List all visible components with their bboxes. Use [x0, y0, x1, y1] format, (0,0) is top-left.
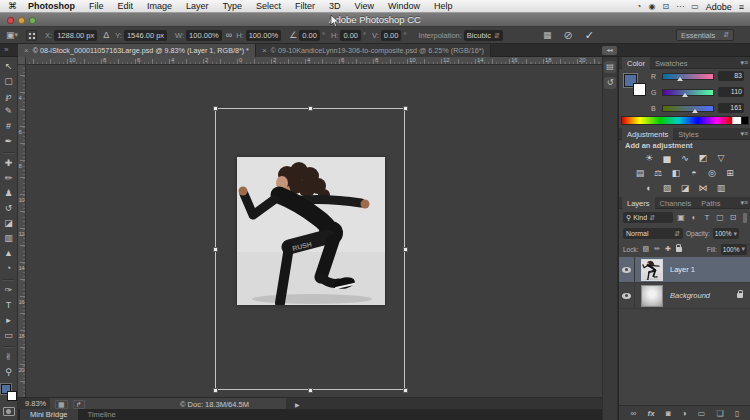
transform-handle-top-right[interactable] [403, 106, 408, 111]
properties-panel-icon[interactable]: ▤ [604, 61, 616, 73]
layer-filter-toggle[interactable] [743, 213, 747, 223]
reference-point-locator[interactable] [26, 30, 37, 41]
menu-item-layer[interactable]: Layer [179, 0, 216, 13]
document-tab[interactable]: ×© 09-10KandiceLynn19-306-to-composite.p… [256, 44, 491, 57]
cancel-transform-icon[interactable]: ⊘ [563, 29, 572, 42]
layer-name[interactable]: Background [670, 291, 710, 300]
layer-visibility-cell[interactable] [619, 283, 635, 309]
status-expand-icon[interactable]: ▶ [295, 401, 300, 408]
gradient-map-icon[interactable]: ▥ [715, 183, 727, 193]
color-balance-icon[interactable]: ⚖ [652, 168, 664, 178]
v-skew-field[interactable]: 0.00 [381, 30, 402, 41]
menu-item-edit[interactable]: Edit [111, 0, 141, 13]
marquee-tool[interactable]: ▢ [0, 74, 18, 89]
layer-thumbnail[interactable] [641, 285, 663, 307]
exposure-icon[interactable]: ◩ [697, 153, 709, 163]
vibrance-icon[interactable]: ▽ [715, 153, 727, 163]
arrange-documents-icon[interactable]: ▦ [55, 400, 68, 409]
zoom-tool[interactable]: ⚲ [0, 365, 18, 380]
opacity-field[interactable]: 100% ▾ [713, 228, 739, 239]
collapse-panels-button[interactable]: ◂◂ [602, 46, 617, 55]
y-position-field[interactable]: 1546.00 px [124, 30, 167, 41]
tab-close-icon[interactable]: × [24, 46, 29, 55]
channel-slider-b[interactable] [662, 105, 714, 112]
new-layer-icon[interactable]: ❏ [717, 409, 724, 418]
bottom-tab-timeline[interactable]: Timeline [78, 409, 126, 420]
slider-marker[interactable] [682, 93, 688, 97]
adjustments-panel-menu-icon[interactable]: ▾≡ [740, 130, 748, 138]
transform-handle-middle-left[interactable] [213, 247, 218, 252]
eraser-tool[interactable]: ◪ [0, 216, 18, 231]
curves-icon[interactable]: ∿ [679, 153, 691, 163]
maintain-aspect-ratio-icon[interactable]: ∞ [226, 30, 232, 40]
history-panel-icon[interactable]: ↺ [604, 77, 616, 89]
smart-object-filter-icon[interactable]: ⊡ [728, 213, 738, 222]
layer-row[interactable]: Background [619, 283, 750, 309]
warp-mode-icon[interactable]: ▦ [543, 30, 552, 40]
layer-filter-kind-dropdown[interactable]: ⚲ Kind ⇵ [623, 212, 673, 223]
menu-item-view[interactable]: View [348, 0, 381, 13]
black-white-icon[interactable]: ◧ [670, 168, 682, 178]
slider-marker[interactable] [677, 77, 683, 81]
transform-handle-bottom-center[interactable] [308, 388, 313, 393]
adjustment-filter-icon[interactable]: ◐ [689, 213, 699, 222]
transform-tool-icon[interactable]: ▣ [6, 30, 15, 40]
layer-visibility-eye-icon[interactable] [622, 293, 631, 299]
layers-panel-tab-channels[interactable]: Channels [655, 197, 697, 209]
history-brush-tool[interactable]: ↺ [0, 201, 18, 216]
x-position-field[interactable]: 1288.00 px [54, 30, 97, 41]
quick-selection-tool[interactable]: ✎ [0, 104, 18, 119]
channel-value-g[interactable]: 110 [718, 87, 744, 97]
lock-all-icon[interactable] [676, 247, 682, 252]
toolbar-overflow-icon[interactable]: » [4, 45, 8, 54]
layer-name[interactable]: Layer 1 [670, 265, 695, 274]
levels-icon[interactable]: ▅ [661, 153, 673, 163]
tab-close-icon[interactable]: × [262, 46, 267, 55]
layer-thumbnail[interactable] [641, 259, 663, 281]
relative-position-icon[interactable]: Δ [103, 30, 109, 40]
menu-item-type[interactable]: Type [216, 0, 250, 13]
workspace-switcher-dropdown[interactable]: Essentials ⇵ [676, 29, 734, 41]
layer-effects-icon[interactable]: fx [647, 409, 654, 418]
horizontal-ruler[interactable]: 10864202468101214161820 [26, 57, 602, 65]
blur-tool[interactable]: ▲ [0, 246, 18, 261]
type-filter-icon[interactable]: T [702, 213, 712, 222]
layer-row[interactable]: Layer 1 [619, 257, 750, 283]
transform-handle-top-left[interactable] [213, 106, 218, 111]
healing-brush-tool[interactable]: ✚ [0, 156, 18, 171]
lock-transparency-icon[interactable]: ▨ [643, 245, 650, 253]
photo-filter-icon[interactable]: ◓ [688, 168, 700, 178]
channel-value-r[interactable]: 83 [718, 71, 744, 81]
rotation-field[interactable]: 0.00 [299, 30, 320, 41]
shape-tool[interactable]: ▭ [0, 328, 18, 343]
vertical-ruler[interactable]: 468101214161820 [18, 65, 26, 397]
document-tab[interactable]: ×© 08-iStock_000011057163Large.psd @ 9.8… [18, 44, 256, 57]
transform-handle-bottom-right[interactable] [403, 388, 408, 393]
color-spectrum-ramp[interactable] [621, 116, 749, 125]
menu-item-filter[interactable]: Filter [288, 0, 322, 13]
lock-position-icon[interactable]: ✚ [665, 245, 671, 253]
channel-mixer-icon[interactable]: ◎ [706, 168, 718, 178]
tool-preset-arrow-icon[interactable]: ▾ [15, 31, 19, 39]
canvas-viewport[interactable] [26, 65, 602, 397]
apple-menu-icon[interactable]: ⌘ [8, 1, 17, 11]
menu-item-select[interactable]: Select [249, 0, 288, 13]
shape-filter-icon[interactable]: ▢ [715, 213, 725, 222]
clone-stamp-tool[interactable]: ♟ [0, 186, 18, 201]
notification-list-icon[interactable]: ≡ [739, 2, 744, 12]
layer-mask-icon[interactable]: ◙ [666, 409, 671, 418]
posterize-icon[interactable]: ▨ [661, 183, 673, 193]
menu-item-file[interactable]: File [82, 0, 111, 13]
adjustments-panel-tab-adjustments[interactable]: Adjustments [622, 128, 673, 140]
color-panel-tab-swatches[interactable]: Swatches [650, 57, 693, 69]
menu-item-help[interactable]: Help [427, 0, 460, 13]
layer-group-icon[interactable]: ▭ [698, 409, 706, 418]
height-field[interactable]: 100.00% [246, 30, 282, 41]
adobe-menu-item[interactable]: Adobe [706, 2, 732, 12]
adjustment-layer-icon[interactable]: ◑ [682, 409, 687, 418]
path-selection-tool[interactable]: ▸ [0, 313, 18, 328]
gradient-tool[interactable]: ▥ [0, 231, 18, 246]
hand-tool[interactable]: ✌ [0, 350, 18, 365]
window-title-bar[interactable]: Adobe Photoshop CC [0, 13, 750, 27]
more-status-icon[interactable]: ⋯ [676, 2, 684, 11]
